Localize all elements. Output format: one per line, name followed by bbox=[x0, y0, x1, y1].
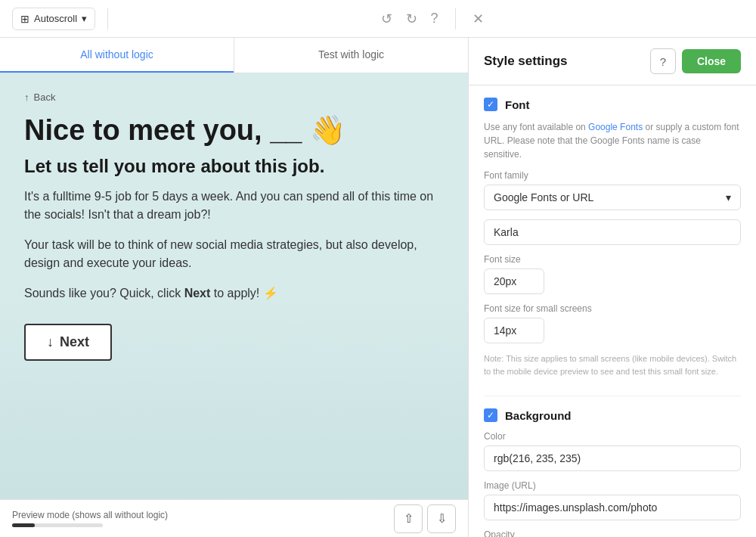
nav-down-button[interactable]: ⇩ bbox=[427, 504, 456, 533]
style-help-button[interactable]: ? bbox=[650, 48, 676, 74]
undo-icon[interactable]: ↺ bbox=[381, 11, 392, 27]
autoscroll-icon: ⊞ bbox=[20, 13, 29, 25]
preview-subtitle: Let us tell you more about this job. bbox=[24, 156, 444, 177]
bg-color-input[interactable] bbox=[484, 445, 741, 471]
settings-body: ✓ Font Use any font available on Google … bbox=[469, 85, 756, 537]
right-panel: Style settings ? Close ✓ Font Use any fo… bbox=[469, 38, 756, 537]
preview-mode-text: Preview mode (shows all without logic) bbox=[12, 510, 168, 520]
chevron-down-icon: ▾ bbox=[726, 191, 731, 203]
font-section-header: ✓ Font bbox=[484, 98, 741, 111]
font-name-field bbox=[484, 219, 741, 245]
font-size-small-note: Note: This size applies to small screens… bbox=[484, 352, 741, 377]
font-size-field: Font size bbox=[484, 254, 741, 294]
bg-opacity-field: Opacity bbox=[484, 529, 741, 537]
background-checkbox[interactable]: ✓ bbox=[484, 408, 497, 422]
tab-test-with-logic[interactable]: Test with logic bbox=[234, 38, 468, 73]
topbar-icons: ↺ ↻ ? ✕ bbox=[120, 8, 744, 29]
left-panel: All without logic Test with logic ↑ Back… bbox=[0, 38, 469, 537]
font-section-title: Font bbox=[505, 98, 529, 111]
autoscroll-button[interactable]: ⊞ Autoscroll ▾ bbox=[12, 8, 95, 30]
topbar: ⊞ Autoscroll ▾ ↺ ↻ ? ✕ bbox=[0, 0, 756, 38]
font-name-input[interactable] bbox=[484, 219, 741, 245]
next-button[interactable]: ↓ Next bbox=[24, 324, 112, 361]
back-arrow-icon: ↑ bbox=[24, 92, 29, 103]
style-header-actions: ? Close bbox=[650, 48, 741, 74]
google-fonts-link[interactable]: Google Fonts bbox=[588, 122, 643, 132]
font-family-select[interactable]: Google Fonts or URL ▾ bbox=[484, 185, 741, 210]
font-description: Use any font available on Google Fonts o… bbox=[484, 120, 741, 161]
font-size-small-field: Font size for small screens bbox=[484, 303, 741, 343]
preview-area: ↑ Back Nice to meet you, __ 👋 Let us tel… bbox=[0, 73, 468, 499]
back-link[interactable]: ↑ Back bbox=[24, 92, 444, 103]
checkbox-check-icon: ✓ bbox=[487, 99, 494, 110]
preview-body1: It's a fulltime 9-5 job for 5 days a wee… bbox=[24, 188, 444, 224]
font-family-label: Font family bbox=[484, 170, 741, 181]
nav-arrows: ⇧ ⇩ bbox=[394, 504, 456, 533]
bg-image-label: Image (URL) bbox=[484, 480, 741, 491]
bg-image-field: Image (URL) bbox=[484, 480, 741, 520]
background-section-title: Background bbox=[505, 409, 572, 422]
close-icon[interactable]: ✕ bbox=[472, 11, 484, 27]
tabs: All without logic Test with logic bbox=[0, 38, 468, 73]
preview-cta: Sounds like you? Quick, click Next to ap… bbox=[24, 284, 444, 303]
progress-bar-fill bbox=[12, 523, 35, 527]
down-arrow-icon: ↓ bbox=[47, 334, 54, 350]
topbar-divider bbox=[107, 8, 108, 29]
bottom-bar: Preview mode (shows all without logic) ⇧… bbox=[0, 499, 468, 537]
preview-content: ↑ Back Nice to meet you, __ 👋 Let us tel… bbox=[24, 92, 444, 361]
font-size-small-label: Font size for small screens bbox=[484, 303, 741, 314]
topbar-divider-2 bbox=[455, 8, 456, 29]
bg-opacity-label: Opacity bbox=[484, 529, 741, 537]
preview-mode-info: Preview mode (shows all without logic) bbox=[12, 510, 168, 527]
font-checkbox[interactable]: ✓ bbox=[484, 98, 497, 111]
progress-bar-track bbox=[12, 523, 103, 527]
bg-color-field: Color bbox=[484, 431, 741, 471]
chevron-down-icon: ▾ bbox=[82, 13, 87, 24]
bg-checkbox-check-icon: ✓ bbox=[487, 410, 494, 421]
nav-up-button[interactable]: ⇧ bbox=[394, 504, 423, 533]
next-label: Next bbox=[60, 334, 89, 350]
back-label: Back bbox=[34, 92, 56, 103]
help-icon[interactable]: ? bbox=[431, 11, 438, 26]
font-family-value: Google Fonts or URL bbox=[494, 191, 593, 203]
redo-icon[interactable]: ↻ bbox=[406, 11, 417, 27]
font-family-field: Font family Google Fonts or URL ▾ bbox=[484, 170, 741, 210]
background-section: ✓ Background Color Image (URL) Opacity bbox=[484, 408, 741, 537]
preview-body2: Your task will be to think of new social… bbox=[24, 236, 444, 272]
font-size-label: Font size bbox=[484, 254, 741, 265]
font-size-small-input[interactable] bbox=[484, 318, 544, 343]
autoscroll-label: Autoscroll bbox=[34, 13, 77, 24]
font-section: ✓ Font Use any font available on Google … bbox=[484, 98, 741, 377]
bg-color-label: Color bbox=[484, 431, 741, 442]
background-section-header: ✓ Background bbox=[484, 408, 741, 422]
bg-image-input[interactable] bbox=[484, 495, 741, 520]
font-size-input[interactable] bbox=[484, 268, 544, 294]
style-settings-title: Style settings bbox=[484, 54, 568, 69]
preview-title: Nice to meet you, __ 👋 bbox=[24, 115, 444, 147]
main-layout: All without logic Test with logic ↑ Back… bbox=[0, 38, 756, 537]
tab-all-without-logic[interactable]: All without logic bbox=[0, 38, 234, 73]
style-close-button[interactable]: Close bbox=[682, 49, 741, 73]
style-settings-header: Style settings ? Close bbox=[469, 38, 756, 85]
section-divider bbox=[484, 396, 741, 396]
